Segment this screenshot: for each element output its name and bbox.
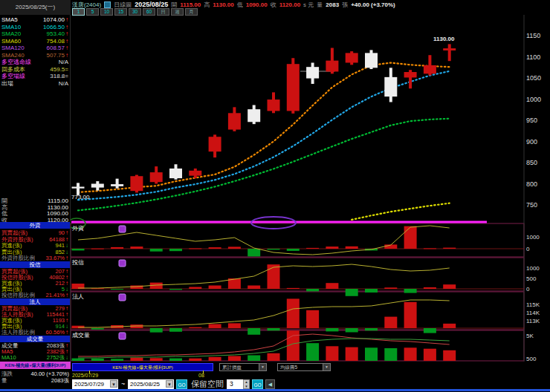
panel-bar — [424, 349, 436, 361]
panel-title: 成交量 — [72, 332, 90, 339]
candle-body — [365, 53, 378, 68]
high-annotation: 1130.00 — [433, 36, 455, 42]
panel-bar — [150, 328, 163, 333]
panel-bar — [111, 247, 123, 249]
overlay-combo-1[interactable]: 累計損益▼ — [219, 363, 267, 371]
panel-bar — [169, 249, 182, 251]
candle-body — [91, 184, 104, 188]
panel-bar — [326, 346, 338, 361]
panel-line — [78, 226, 450, 255]
panel-bar — [306, 343, 319, 361]
unit-label: s 元 — [303, 1, 314, 9]
panel-bar — [346, 347, 358, 361]
panel-settings-icon[interactable] — [119, 260, 126, 267]
overlay-combo-2[interactable]: 均線圖5▼ — [277, 363, 331, 371]
panel-bar — [287, 288, 300, 289]
change-value: +40.00 (+3.70%) — [351, 1, 395, 8]
bottom-toolbar: KEN-極先線+爆大量(獲利3UP) 累計損益▼ 均線圖5▼ 2025/07/2… — [71, 362, 550, 390]
candle-body — [404, 72, 417, 77]
chevron-down-icon[interactable]: ▼ — [323, 364, 330, 370]
panel-bar — [169, 328, 182, 332]
panel-bar — [287, 249, 300, 251]
keep-space-input[interactable]: 3 — [227, 379, 243, 389]
chevron-down-icon[interactable]: ▼ — [110, 380, 117, 388]
go-button[interactable]: GO — [176, 379, 187, 389]
panel-bar — [209, 286, 221, 290]
panel-bar — [209, 357, 221, 361]
exit-row: 出場N/A — [1, 80, 68, 87]
candle-body — [424, 65, 436, 74]
high-value: 1130.00 — [213, 1, 233, 8]
low-value: 1090.00 — [246, 1, 268, 8]
period-button-30[interactable]: 30 — [129, 8, 141, 16]
candle-body — [209, 137, 221, 151]
panel-settings-icon[interactable] — [119, 226, 126, 232]
panel-bar — [72, 326, 85, 328]
panel-settings-icon[interactable] — [119, 294, 126, 301]
panel-bar — [268, 328, 280, 330]
panel-bar — [384, 317, 397, 328]
candle-body — [287, 64, 300, 111]
section-header-volume: 成交量 — [0, 336, 70, 342]
panel-bar — [365, 328, 378, 330]
panel-bar — [346, 328, 358, 333]
open-label: 開 — [171, 1, 177, 9]
quote-header: 漢唐(2404) 日線圖 2025/08/25 開 1115.00 高 1130… — [72, 1, 550, 8]
sma240-row: SMA240507.75↑ — [1, 52, 68, 59]
x-axis-label-month: 08 — [198, 373, 204, 378]
scroll-left-button[interactable]: ◀ — [265, 379, 275, 389]
candle-body — [72, 186, 85, 188]
period-button-day[interactable]: 日 — [157, 8, 169, 16]
app-window: 1150110010501000950900850800750773.00113… — [0, 0, 550, 392]
panel-bar — [72, 359, 85, 361]
candle-body — [228, 113, 241, 129]
panel-bar — [424, 287, 436, 289]
period-button-60[interactable]: 60 — [143, 8, 155, 16]
current-date-cell: 2025/08/25(一) — [0, 0, 71, 15]
period-button-week[interactable]: 週 — [171, 8, 184, 16]
panel-frame — [71, 223, 524, 257]
panel-bar — [91, 328, 104, 330]
period-button-15[interactable]: 15 — [114, 8, 127, 16]
period-button-month[interactable]: 月 — [185, 8, 198, 16]
indicator-sidebar: SMA51074.00↑ SMA101066.50↑ SMA20953.40↑ … — [0, 15, 71, 362]
panel-bar — [404, 226, 417, 249]
date-to-input[interactable]: 2025/08/25▼ — [128, 379, 174, 389]
spinner-control[interactable]: ▲▼ — [243, 379, 250, 389]
panel-bar — [72, 249, 85, 250]
panel-bar — [326, 328, 338, 331]
period-toolbar: 1 5 10 15 30 60 日 週 月 — [72, 8, 198, 15]
candle-body — [130, 176, 143, 191]
sma120-row: SMA120608.57↑ — [1, 45, 68, 51]
indicator-select-button[interactable]: KEN-極先線+爆大量(獲利3UP) — [72, 363, 213, 371]
flat-signal-line — [71, 221, 487, 223]
period-button-5[interactable]: 5 — [86, 8, 99, 16]
chevron-down-icon[interactable]: ▼ — [166, 380, 173, 388]
candle-wick — [116, 179, 119, 189]
panel-bar — [287, 298, 300, 328]
panel-bar — [365, 289, 378, 293]
period-button-10[interactable]: 10 — [100, 8, 113, 16]
panel-bar — [228, 356, 241, 362]
candle-body — [111, 184, 123, 186]
panel-axis-label: 1000 — [526, 265, 540, 272]
panel-bar — [150, 249, 163, 252]
date-from-input[interactable]: 2025/07/29▼ — [72, 379, 118, 389]
chart-canvas: 1150110010501000950900850800750773.00113… — [0, 0, 550, 392]
panel-bar — [209, 247, 221, 249]
chevron-down-icon[interactable]: ▼ — [259, 364, 266, 370]
period-button-1[interactable]: 1 — [72, 8, 85, 16]
panel-bar — [189, 287, 201, 290]
panel-bar — [346, 246, 358, 249]
panel-bar — [384, 348, 397, 361]
price-axis-label: 900 — [526, 138, 537, 146]
price-axis-label: 1000 — [526, 96, 541, 103]
panel-axis-label: 5K — [526, 333, 534, 339]
panel-bar — [189, 249, 201, 249]
go-button-2[interactable]: GO — [252, 379, 263, 389]
panel-settings-icon[interactable] — [119, 333, 126, 339]
panel-axis-label: 500 — [526, 275, 537, 282]
panel-bar — [268, 264, 280, 289]
panel-axis-label: 1000 — [526, 234, 540, 241]
candle-wick — [448, 44, 451, 61]
